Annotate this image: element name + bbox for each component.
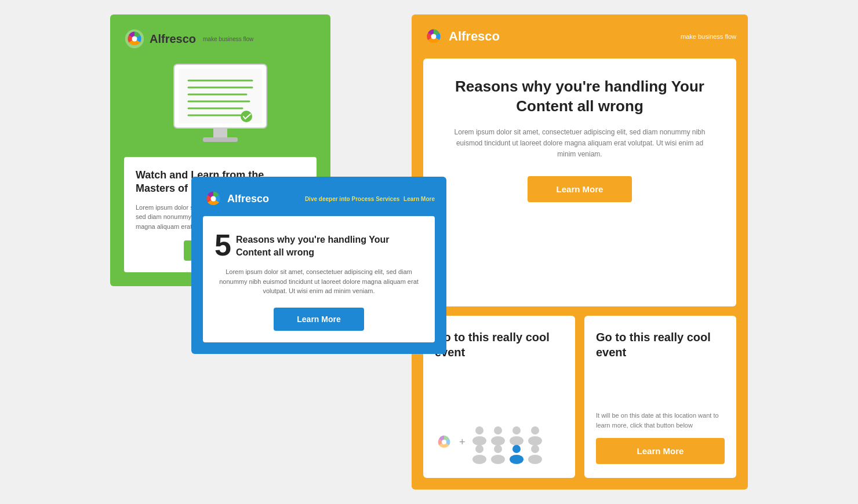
blue-card-body-text: Lorem ipsum dolor sit amet, consectetuer… <box>214 267 423 296</box>
event-alfresco-icon <box>435 433 453 451</box>
alfresco-logo-orange <box>423 26 444 47</box>
blue-header-right: Dive deeper into Process Services Learn … <box>305 196 435 202</box>
blue-header-text: Dive deeper into Process Services <box>305 196 399 202</box>
right-section: Alfresco make business flow Reasons why … <box>412 14 748 490</box>
blue-logo-area: Alfresco Dive deeper into Process Servic… <box>203 188 435 209</box>
blue-logo-text: Alfresco <box>227 193 269 205</box>
orange-bottom-right-title: Go to this really cool event <box>596 330 725 360</box>
green-logo-text: Alfresco <box>150 32 196 46</box>
alfresco-logo-green <box>124 28 145 49</box>
orange-bottom-right-card: Go to this really cool event It will be … <box>584 316 736 478</box>
orange-logo-text: Alfresco <box>449 29 500 44</box>
left-section: Alfresco make business flow <box>110 14 388 490</box>
alfresco-logo-blue <box>203 188 224 209</box>
svg-point-20 <box>512 426 521 434</box>
card-blue: Alfresco Dive deeper into Process Servic… <box>191 177 446 354</box>
blue-header-link[interactable]: Learn More <box>403 196 435 202</box>
svg-point-16 <box>475 426 483 434</box>
people-grid <box>471 425 543 459</box>
plus-sign: + <box>459 436 466 448</box>
svg-point-10 <box>241 111 252 122</box>
orange-logo-left: Alfresco <box>423 26 500 47</box>
blue-big-number: 5 <box>214 230 231 260</box>
svg-point-24 <box>475 445 483 453</box>
orange-top-card: Reasons why you're handling Your Content… <box>423 59 736 306</box>
svg-point-26 <box>494 445 502 453</box>
orange-bottom-left-title: Go to this really cool event <box>435 330 563 360</box>
svg-point-13 <box>211 196 216 202</box>
blue-card-title: Reasons why you're handling Your Content… <box>236 230 423 258</box>
svg-point-1 <box>132 36 137 42</box>
blue-card-body: 5 Reasons why you're handling Your Conte… <box>203 216 435 342</box>
orange-logo-area: Alfresco make business flow <box>423 26 736 47</box>
svg-point-14 <box>431 34 437 39</box>
orange-top-learn-more-button[interactable]: Learn More <box>528 176 632 202</box>
svg-rect-12 <box>203 137 238 142</box>
blue-number-title-area: 5 Reasons why you're handling Your Conte… <box>214 230 423 260</box>
orange-top-body: Lorem ipsum dolor sit amet, consectetuer… <box>446 127 713 160</box>
orange-bottom-right-body: It will be on this date at this location… <box>596 411 725 430</box>
svg-point-31 <box>528 455 542 464</box>
svg-point-18 <box>494 426 502 434</box>
svg-point-27 <box>491 455 505 464</box>
orange-bottom-row: Go to this really cool event + <box>423 316 736 478</box>
svg-rect-11 <box>213 128 227 138</box>
svg-point-28 <box>512 445 521 453</box>
monitor-illustration <box>124 59 317 151</box>
orange-top-title: Reasons why you're handling Your Content… <box>446 77 713 116</box>
blue-logo-left: Alfresco <box>203 188 269 209</box>
event-icon-area: + <box>435 425 563 459</box>
svg-point-15 <box>442 440 446 444</box>
svg-point-30 <box>531 445 539 453</box>
blue-learn-more-button[interactable]: Learn More <box>274 308 363 331</box>
svg-point-22 <box>531 426 539 434</box>
orange-bottom-learn-more-button[interactable]: Learn More <box>596 438 725 464</box>
svg-point-25 <box>472 455 486 464</box>
green-logo-area: Alfresco make business flow <box>124 28 317 49</box>
green-tagline: make business flow <box>203 36 253 42</box>
svg-point-29 <box>510 455 523 464</box>
orange-tagline: make business flow <box>681 33 736 40</box>
